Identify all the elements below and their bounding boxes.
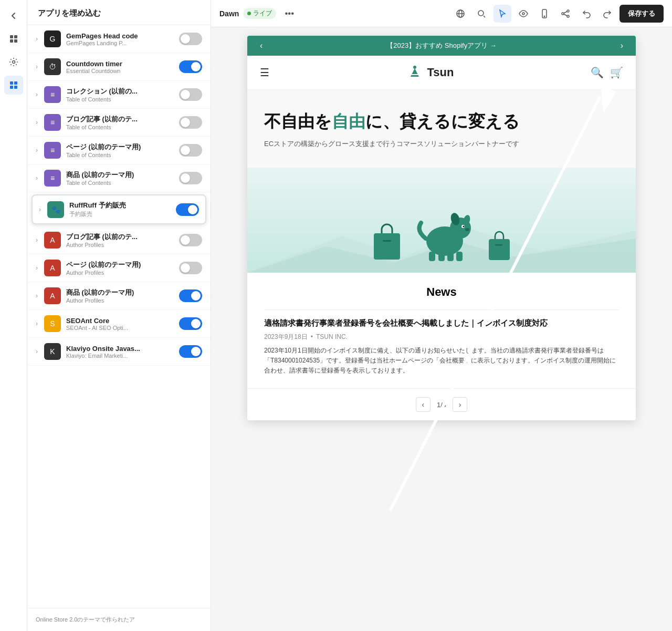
news-date: 2023年9月18日 bbox=[264, 333, 308, 342]
app-sub-page2: Author Profiles bbox=[66, 270, 174, 276]
svg-rect-0 bbox=[10, 35, 13, 38]
mobile-button[interactable] bbox=[536, 5, 553, 23]
app-name-product2: 商品 (以前のテーマ用) bbox=[66, 288, 174, 297]
svg-point-12 bbox=[522, 13, 524, 15]
app-item-product2[interactable]: › A 商品 (以前のテーマ用) Author Profiles bbox=[27, 282, 211, 310]
hamburger-icon[interactable]: ☰ bbox=[260, 66, 269, 79]
app-item-klaviyo[interactable]: › K Klaviyo Onsite Javas... Klaviyo: Ema… bbox=[27, 338, 211, 366]
live-dot bbox=[247, 12, 251, 15]
app-item-page2[interactable]: › A ページ (以前のテーマ用) Author Profiles bbox=[27, 254, 211, 282]
undo-button[interactable] bbox=[578, 5, 595, 23]
more-button[interactable]: ••• bbox=[280, 5, 298, 23]
app-toggle-product2[interactable] bbox=[179, 289, 202, 302]
next-page-button[interactable]: › bbox=[453, 397, 467, 412]
app-item-blog2[interactable]: › A ブログ記事 (以前のテ... Author Profiles bbox=[27, 226, 211, 254]
svg-rect-8 bbox=[14, 86, 17, 89]
banner-next[interactable]: › bbox=[616, 41, 627, 50]
app-chevron-gemPages: › bbox=[36, 35, 38, 43]
app-toggle-gemPages[interactable] bbox=[179, 33, 202, 45]
app-toggle-page2[interactable] bbox=[179, 262, 202, 274]
svg-rect-30 bbox=[429, 252, 435, 261]
banner-prev[interactable]: ‹ bbox=[256, 41, 267, 50]
app-item-seoAnt[interactable]: › S SEOAnt Core SEOAnt - AI SEO Opti... bbox=[27, 310, 211, 338]
logo-icon bbox=[406, 64, 423, 81]
app-name-seoAnt: SEOAnt Core bbox=[66, 317, 174, 325]
app-info-ruffRuff: RuffRuff 予約販売 予約販売 bbox=[69, 201, 171, 218]
news-meta: 2023年9月18日 • TSUN INC. bbox=[264, 333, 619, 342]
app-info-klaviyo: Klaviyo Onsite Javas... Klaviyo: Email M… bbox=[66, 345, 174, 359]
settings-button[interactable] bbox=[4, 53, 23, 71]
app-item-gemPages[interactable]: › G GemPages Head code GemPages Landing … bbox=[27, 25, 211, 53]
app-sub-ruffRuff: 予約販売 bbox=[69, 210, 171, 218]
news-sep: • bbox=[311, 333, 313, 340]
app-sub-klaviyo: Klaviyo: Email Marketi... bbox=[66, 353, 174, 359]
svg-rect-32 bbox=[447, 253, 454, 261]
svg-point-14 bbox=[544, 16, 545, 17]
app-chevron-klaviyo: › bbox=[36, 348, 38, 355]
app-sub-product2: Author Profiles bbox=[66, 297, 174, 304]
app-item-blog1[interactable]: › ≡ ブログ記事 (以前のテ... Table of Contents bbox=[27, 109, 211, 137]
globe-button[interactable] bbox=[452, 5, 469, 23]
prev-page-button[interactable]: ‹ bbox=[416, 397, 430, 412]
topbar-actions: 保存する bbox=[452, 5, 664, 23]
svg-rect-34 bbox=[489, 239, 510, 260]
svg-rect-7 bbox=[10, 86, 13, 89]
app-info-countdown: Countdown timer Essential Countdown bbox=[66, 60, 174, 74]
app-item-ruffRuff[interactable]: › 🐾 RuffRuff 予約販売 予約販売 bbox=[32, 194, 206, 224]
app-chevron-collection: › bbox=[36, 91, 38, 98]
svg-point-17 bbox=[567, 15, 569, 17]
app-name-ruffRuff: RuffRuff 予約販売 bbox=[69, 201, 171, 210]
app-toggle-countdown[interactable] bbox=[179, 60, 202, 73]
app-info-page1: ページ (以前のテーマ用) Table of Contents bbox=[66, 142, 174, 158]
app-chevron-page1: › bbox=[36, 147, 38, 154]
app-info-gemPages: GemPages Head code GemPages Landing P... bbox=[66, 32, 174, 46]
app-toggle-blog2[interactable] bbox=[179, 234, 202, 246]
app-icon-blog2: A bbox=[44, 232, 61, 249]
app-item-collection[interactable]: › ≡ コレクション (以前の... Table of Contents bbox=[27, 81, 211, 109]
app-toggle-seoAnt[interactable] bbox=[179, 317, 202, 330]
app-toggle-collection[interactable] bbox=[179, 88, 202, 101]
app-icon-klaviyo: K bbox=[44, 343, 61, 360]
select-button[interactable] bbox=[494, 5, 511, 23]
app-item-countdown[interactable]: › ⏱ Countdown timer Essential Countdown bbox=[27, 53, 211, 81]
app-icon-product2: A bbox=[44, 287, 61, 304]
svg-point-16 bbox=[562, 13, 564, 15]
redo-button[interactable] bbox=[598, 5, 616, 23]
svg-rect-22 bbox=[383, 240, 391, 242]
app-item-page1[interactable]: › ≡ ページ (以前のテーマ用) Table of Contents bbox=[27, 137, 211, 164]
apps-list: › G GemPages Head code GemPages Landing … bbox=[27, 25, 211, 366]
app-icon-ruffRuff: 🐾 bbox=[47, 201, 64, 218]
app-toggle-klaviyo[interactable] bbox=[179, 345, 202, 358]
share-button[interactable] bbox=[556, 5, 574, 23]
app-chevron-countdown: › bbox=[36, 63, 38, 70]
app-sub-gemPages: GemPages Landing P... bbox=[66, 40, 174, 46]
app-name-klaviyo: Klaviyo Onsite Javas... bbox=[66, 345, 174, 353]
grid-button[interactable] bbox=[4, 29, 23, 48]
search-icon[interactable]: 🔍 bbox=[591, 66, 604, 79]
back-button[interactable] bbox=[4, 6, 23, 25]
app-name-blog2: ブログ記事 (以前のテ... bbox=[66, 232, 174, 242]
search-button[interactable] bbox=[472, 5, 490, 23]
apps-button[interactable] bbox=[4, 76, 23, 95]
app-chevron-ruffRuff: › bbox=[39, 206, 41, 213]
eye-button[interactable] bbox=[514, 5, 532, 23]
app-info-product1: 商品 (以前のテーマ用) Table of Contents bbox=[66, 170, 174, 186]
app-icon-seoAnt: S bbox=[44, 315, 61, 332]
website-preview: ‹ 【2023】おすすめ Shopifyアプリ → › ☰ Tsun 🔍 bbox=[247, 36, 636, 420]
app-item-product1[interactable]: › ≡ 商品 (以前のテーマ用) Table of Contents bbox=[27, 164, 211, 192]
svg-rect-5 bbox=[10, 81, 13, 85]
app-toggle-ruffRuff[interactable] bbox=[176, 203, 199, 216]
cart-icon[interactable]: 🛒 bbox=[610, 66, 623, 79]
dog-figure bbox=[413, 204, 476, 262]
app-sub-blog1: Table of Contents bbox=[66, 124, 174, 130]
app-chevron-page2: › bbox=[36, 264, 38, 272]
topbar: Dawn ライブ ••• bbox=[211, 0, 672, 27]
app-name-gemPages: GemPages Head code bbox=[66, 32, 174, 40]
app-toggle-blog1[interactable] bbox=[179, 116, 202, 129]
app-toggle-product1[interactable] bbox=[179, 172, 202, 184]
app-toggle-page1[interactable] bbox=[179, 144, 202, 157]
svg-point-11 bbox=[478, 11, 484, 16]
news-company: TSUN INC. bbox=[316, 333, 348, 340]
save-button[interactable]: 保存する bbox=[620, 5, 664, 23]
bag-left bbox=[371, 220, 403, 262]
